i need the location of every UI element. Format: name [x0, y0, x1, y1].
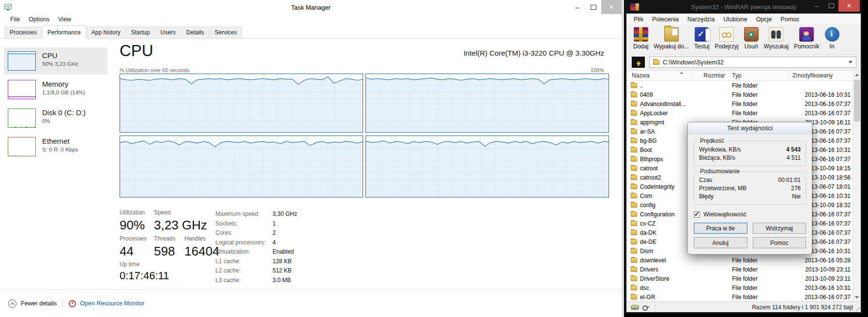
toolbar-button[interactable]: Wypakuj do... — [654, 27, 689, 50]
tab-startup[interactable]: Startup — [126, 27, 155, 38]
toolbar-button[interactable]: Podejrzyj — [715, 27, 738, 50]
detail-label: L3 cache: — [215, 277, 273, 284]
toolbar-button[interactable]: Testuj — [694, 27, 709, 50]
sort-ascending-icon — [680, 72, 683, 74]
sidebar-item-memory[interactable]: Memory 1,1/8,0 GB (14%) — [4, 76, 107, 103]
tab-performance[interactable]: Performance — [43, 25, 86, 39]
file-type: File folder — [729, 294, 790, 301]
detail-row: L1 cache: 128 KB — [215, 258, 297, 268]
scroll-up-button[interactable] — [853, 71, 861, 79]
tab-details[interactable]: Details — [182, 27, 209, 38]
file-type: File folder — [729, 91, 790, 98]
resize-grip[interactable] — [855, 307, 860, 311]
cancel-button[interactable]: Anuluj — [694, 237, 747, 248]
file-type: File folder — [729, 275, 790, 282]
menu-item[interactable]: View — [54, 15, 76, 24]
sidebar-item-disk[interactable]: Disk 0 (C: D:) 0% — [4, 105, 107, 132]
minimize-button[interactable] — [809, 0, 824, 12]
help-button[interactable]: Pomoc — [753, 237, 807, 248]
column-header-type[interactable]: Typ — [729, 71, 790, 80]
close-button[interactable] — [601, 0, 622, 14]
detail-label: Logical processors: — [215, 239, 273, 246]
toolbar-button[interactable]: Pomocnik — [794, 27, 820, 50]
column-header-name[interactable]: Nazwa — [626, 71, 693, 80]
chevron-up-circle-icon[interactable] — [8, 300, 16, 308]
maximize-button[interactable] — [824, 0, 838, 12]
scroll-down-button[interactable] — [853, 293, 861, 302]
checkbox-label[interactable]: Wielowątkowość — [703, 211, 746, 218]
sidebar-item-ethernet[interactable]: Ethernet S: 0 R: 0 Kbps — [4, 133, 107, 160]
toolbar-button[interactable]: Wyszukaj — [764, 27, 789, 50]
detail-label: Sockets: — [215, 220, 273, 227]
open-resource-monitor-link[interactable]: Open Resource Monitor — [80, 300, 144, 307]
sidebar-ethernet-subtitle: S: 0 R: 0 Kbps — [42, 147, 78, 152]
file-row[interactable]: 0409 File folder 2013-06-16 10:31 — [626, 90, 853, 99]
tab-users[interactable]: Users — [155, 27, 180, 38]
file-row[interactable]: AppLocker File folder 2013-06-16 07:37 — [626, 108, 853, 118]
column-header-size[interactable]: Rozmiar — [693, 71, 729, 80]
menu-item[interactable]: Pomoc — [776, 15, 804, 24]
file-name-cell: Com — [626, 193, 693, 199]
maximize-button[interactable] — [585, 0, 601, 14]
drive-icon[interactable] — [631, 305, 639, 310]
tab-services[interactable]: Services — [210, 27, 242, 38]
file-row[interactable]: DriverStore File folder 2013-10-09 23:11 — [626, 274, 853, 283]
triangle-down-icon — [855, 296, 859, 299]
sidebar-disk-title: Disk 0 (C: D:) — [42, 108, 86, 117]
menu-item[interactable]: Ulubione — [719, 15, 751, 24]
file-row[interactable]: downlevel File folder 2013-06-16 05:28 — [626, 256, 853, 265]
sidebar-item-cpu[interactable]: CPU 90% 3,23 GHz — [4, 47, 107, 75]
file-name: dsc — [640, 285, 649, 291]
column-label: Rozmiar — [703, 72, 725, 79]
file-row[interactable]: Drivers File folder 2013-10-09 23:11 — [626, 265, 853, 274]
file-modified: 2013-06-16 05:28 — [790, 257, 853, 264]
stat-speed: Speed 3,23 GHz — [154, 209, 207, 233]
tab-processes[interactable]: Processes — [5, 27, 42, 38]
dialog-buttons: Praca w tle Wstrzymaj Anuluj Pomoc — [694, 223, 806, 248]
menu-item[interactable]: File — [6, 15, 24, 24]
file-row[interactable]: el-GR File folder 2013-06-16 07:37 — [626, 292, 853, 302]
chevron-down-icon[interactable] — [849, 61, 853, 63]
file-row[interactable]: AdvancedInstall... File folder 2013-06-1… — [626, 99, 853, 108]
winrar-titlebar[interactable]: System32 - WinRAR (wersja testowa) — [625, 0, 862, 14]
task-manager-titlebar[interactable]: Task Manager — [0, 0, 622, 15]
detail-value: 128 KB — [273, 258, 291, 265]
encryption-key-icon[interactable] — [642, 305, 649, 309]
dialog-stat-value: 276 — [791, 184, 801, 193]
folder-icon — [631, 295, 637, 300]
memory-mini-chart-icon — [8, 80, 36, 99]
info-icon — [825, 27, 839, 42]
scrollbar-thumb[interactable] — [854, 80, 860, 121]
file-row[interactable]: .. File folder — [626, 81, 853, 90]
background-button[interactable]: Praca w tle — [694, 223, 747, 234]
close-button[interactable] — [838, 0, 860, 12]
address-combobox[interactable]: C:\Windows\System32 — [649, 57, 856, 68]
menu-item[interactable]: Polecenia — [648, 15, 683, 24]
pause-button[interactable]: Wstrzymaj — [753, 223, 807, 234]
menu-item[interactable]: Options — [24, 15, 54, 24]
search-binoculars-icon — [769, 27, 783, 42]
folder-icon — [631, 148, 637, 152]
minimize-button[interactable] — [569, 0, 585, 14]
file-modified: 2013-06-16 10:31 — [790, 285, 853, 291]
toolbar-button-label: Pomocnik — [794, 43, 820, 50]
up-directory-button[interactable] — [632, 57, 645, 68]
toolbar-button[interactable]: Dodaj — [633, 27, 648, 50]
folder-icon — [631, 138, 637, 143]
file-row[interactable]: dsc File folder 2013-06-16 10:31 — [626, 283, 853, 292]
cpu-graph-core-4 — [365, 136, 609, 197]
toolbar-button[interactable]: In — [825, 27, 839, 50]
file-name: cs-CZ — [640, 220, 655, 227]
toolbar-button[interactable]: Usuń — [744, 27, 759, 50]
menu-item[interactable]: Narzędzia — [683, 15, 719, 24]
column-header-modified[interactable]: Zmodyfikowany — [790, 71, 853, 80]
checkbox-checked-icon[interactable] — [694, 211, 700, 218]
toolbar-button-label: Dodaj — [633, 43, 648, 50]
file-type: File folder — [729, 257, 790, 264]
fewer-details-button[interactable]: Fewer details — [21, 300, 57, 307]
menu-item[interactable]: Opcje — [752, 15, 777, 24]
tab-app-history[interactable]: App history — [87, 27, 125, 38]
vertical-scrollbar[interactable] — [853, 71, 861, 302]
menu-item[interactable]: Plik — [629, 15, 648, 24]
view-book-icon — [719, 27, 734, 42]
